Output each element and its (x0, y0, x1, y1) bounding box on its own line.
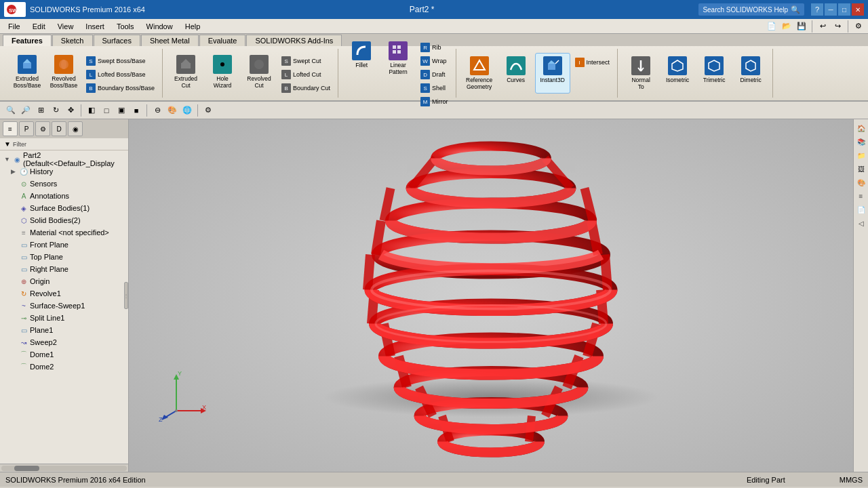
right-panel-design[interactable]: 📚 (855, 136, 867, 148)
btn-revolved-cut[interactable]: RevolvedCut (241, 52, 277, 92)
redo-button[interactable]: ↪ (831, 20, 844, 33)
btn-instant3d[interactable]: Instant3D (535, 53, 570, 94)
tree-origin[interactable]: ⊕ Origin (3, 275, 125, 287)
right-panel-document-props[interactable]: 📄 (855, 203, 867, 216)
tree-right-plane-label: Right Plane (30, 265, 68, 273)
help-button[interactable]: ? (811, 3, 823, 16)
tab-feature-manager[interactable]: ≡ (3, 121, 18, 136)
menu-edit[interactable]: Edit (27, 21, 51, 32)
tree-plane1[interactable]: ▭ Plane1 (3, 324, 125, 336)
menu-help[interactable]: Help (180, 21, 206, 32)
tab-surfaces[interactable]: Surfaces (94, 35, 140, 46)
restore-button[interactable]: □ (838, 3, 850, 16)
btn-intersect[interactable]: I Intersect (572, 56, 614, 69)
display-style[interactable]: ◧ (85, 104, 98, 117)
tree-material[interactable]: ≡ Material <not specified> (3, 226, 125, 239)
btn-revolved-boss[interactable]: RevolvedBoss/Base (46, 52, 81, 92)
tree-sweep2[interactable]: ↝ Sweep2 (3, 336, 125, 348)
menu-tools[interactable]: Tools (111, 21, 140, 32)
scrollbar-thumb[interactable] (14, 466, 39, 471)
close-button[interactable]: ✕ (852, 3, 864, 16)
tree-sensors[interactable]: ⊙ Sensors (3, 178, 125, 190)
btn-lofted-boss[interactable]: L Lofted Boss/Base (83, 68, 158, 81)
tree-part2[interactable]: ▼ ◉ Part2 (Default<<Default>_Display (3, 153, 125, 165)
tab-dim-xpert[interactable]: D (52, 121, 66, 136)
tab-config-manager[interactable]: ⚙ (35, 121, 50, 136)
tree-surface-bodies[interactable]: ◈ Surface Bodies(1) (3, 202, 125, 214)
tab-sketch[interactable]: Sketch (52, 35, 93, 46)
appearance-color[interactable]: 🎨 (165, 104, 179, 117)
options-button[interactable]: ⚙ (852, 20, 865, 33)
right-panel-palette[interactable]: 🖼 (855, 163, 867, 175)
search-icon[interactable]: 🔍 (791, 5, 800, 14)
btn-extruded-boss[interactable]: ExtrudedBoss/Base (9, 52, 45, 92)
scene[interactable]: 🌐 (180, 104, 194, 117)
btn-curves[interactable]: Curves (498, 53, 534, 94)
btn-shell[interactable]: S Shell (417, 81, 452, 95)
panel-resize-handle[interactable]: ⋮ (124, 282, 128, 309)
btn-swept-boss[interactable]: S Swept Boss/Base (83, 54, 158, 68)
shaded[interactable]: ■ (130, 104, 143, 117)
right-panel-appearances[interactable]: 🎨 (855, 176, 867, 188)
new-button[interactable]: 📄 (765, 20, 778, 33)
btn-normal-to[interactable]: NormalTo (623, 53, 658, 94)
btn-lofted-cut[interactable]: L Lofted Cut (278, 68, 334, 81)
right-panel-solidworks[interactable]: 🏠 (855, 122, 867, 134)
tree-dome1[interactable]: ⌒ Dome1 (3, 348, 125, 361)
tree-top-plane[interactable]: ▭ Top Plane (3, 251, 125, 263)
tab-features[interactable]: Features (3, 35, 52, 46)
menu-insert[interactable]: Insert (80, 21, 110, 32)
tab-property-manager[interactable]: P (19, 121, 34, 136)
btn-wrap[interactable]: W Wrap (417, 54, 452, 68)
btn-linear-pattern[interactable]: LinearPattern (380, 38, 416, 79)
save-button[interactable]: 💾 (795, 20, 808, 33)
tree-front-plane[interactable]: ▭ Front Plane (3, 239, 125, 251)
section-view[interactable]: ⊖ (151, 104, 164, 117)
menu-bar: File Edit View Insert Tools Window Help … (0, 19, 868, 34)
btn-boundary-boss[interactable]: B Boundary Boss/Base (83, 81, 158, 95)
btn-swept-cut[interactable]: S Swept Cut (278, 54, 334, 68)
menu-window[interactable]: Window (141, 21, 178, 32)
open-button[interactable]: 📂 (780, 20, 793, 33)
minimize-button[interactable]: ─ (825, 3, 837, 16)
btn-trimetric[interactable]: Trimetric (696, 53, 732, 94)
tab-sheet-metal[interactable]: Sheet Metal (141, 35, 199, 46)
hidden-lines[interactable]: ▣ (115, 104, 128, 117)
tree-split-line1[interactable]: ⊸ Split Line1 (3, 312, 125, 324)
tab-evaluate[interactable]: Evaluate (199, 35, 246, 46)
btn-extruded-cut[interactable]: ExtrudedCut (168, 52, 203, 92)
tree-right-plane[interactable]: ▭ Right Plane (3, 263, 125, 275)
zoom-area[interactable]: ⊞ (34, 104, 47, 117)
menu-view[interactable]: View (52, 21, 79, 32)
tree-surface-sweep1[interactable]: ~ Surface-Sweep1 (3, 300, 125, 312)
rotate-view[interactable]: ↻ (49, 104, 62, 117)
scrollbar-track[interactable] (1, 466, 127, 471)
tab-display-manager[interactable]: ◉ (68, 121, 83, 136)
btn-reference-geometry[interactable]: ReferenceGeometry (462, 53, 497, 94)
view-settings[interactable]: ⚙ (201, 104, 215, 117)
btn-fillet[interactable]: Fillet (344, 38, 379, 79)
btn-rib[interactable]: R Rib (417, 41, 452, 54)
tab-addins[interactable]: SOLIDWORKS Add-Ins (246, 35, 342, 46)
tree-revolve1[interactable]: ↻ Revolve1 (3, 287, 125, 300)
btn-draft[interactable]: D Draft (417, 68, 452, 81)
btn-hole-wizard[interactable]: HoleWizard (205, 52, 240, 92)
wireframe[interactable]: □ (100, 104, 113, 117)
tree-solid-bodies[interactable]: ⬡ Solid Bodies(2) (3, 214, 125, 226)
btn-isometric[interactable]: Isometric (660, 53, 695, 94)
viewport[interactable]: Y X Z (129, 119, 853, 472)
zoom-in[interactable]: 🔎 (19, 104, 33, 117)
tree-dome2[interactable]: ⌒ Dome2 (3, 361, 125, 373)
right-panel-explorer[interactable]: 📁 (855, 149, 867, 161)
sep5 (197, 104, 198, 117)
undo-button[interactable]: ↩ (816, 20, 829, 33)
zoom-to-fit[interactable]: 🔍 (4, 104, 18, 117)
btn-mirror[interactable]: M Mirror (417, 95, 452, 108)
right-panel-custom-props[interactable]: ≡ (855, 190, 867, 202)
btn-dimetric[interactable]: Dimetric (733, 53, 768, 94)
tree-annotations[interactable]: A Annotations (3, 190, 125, 202)
right-panel-collapse[interactable]: ◁ (855, 217, 867, 229)
menu-file[interactable]: File (3, 21, 26, 32)
btn-boundary-cut[interactable]: B Boundary Cut (278, 81, 334, 95)
pan-view[interactable]: ✥ (64, 104, 77, 117)
